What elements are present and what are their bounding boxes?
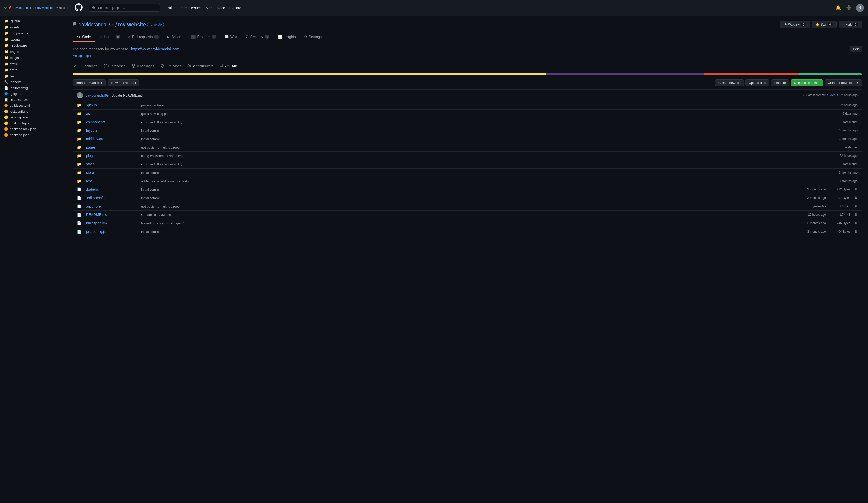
branches-stat[interactable]: 6 branches [103,64,125,68]
file-name-link[interactable]: README.md [86,213,107,217]
committer-avatar[interactable] [77,92,83,98]
download-icon[interactable]: ⬇ [855,213,858,217]
table-row[interactable]: 📁 pages get posts from github repo yeste… [73,143,861,152]
download-icon[interactable]: ⬇ [855,221,858,225]
sidebar-item-middleware[interactable]: 📁 middleware [0,42,66,49]
manage-topics-link[interactable]: Manage topics [72,54,862,58]
file-name-link[interactable]: pages [86,145,96,150]
sidebar-item-test[interactable]: 📁 test [0,73,66,79]
tab-wiki[interactable]: 📖 Wiki [220,32,241,42]
table-row[interactable]: 📄 README.md Update README.md 22 hours ag… [73,211,861,219]
tab-code[interactable]: <> Code [72,32,95,42]
nav-explore[interactable]: Explore [229,6,241,10]
download-icon[interactable]: ⬇ [855,229,858,234]
sidebar-item-jest[interactable]: 🟡 jest.config.js [0,109,66,114]
table-row[interactable]: 📄 .editorconfig initial commit 3 months … [73,194,861,202]
sidebar-item-components[interactable]: 📁 components [0,30,66,36]
table-row[interactable]: 📄 buildspec.yml Revert "changing build s… [73,219,861,227]
github-logo[interactable] [74,3,83,12]
tab-settings[interactable]: ⚙ Settings [300,32,326,42]
sidebar-item-editorconfig[interactable]: 📄 .editorconfig [0,85,66,91]
releases-stat[interactable]: 0 releases [160,64,181,68]
table-row[interactable]: 📁 static improved SEO, accessibility las… [73,160,861,168]
star-button[interactable]: ⭐ Star 0 [812,21,837,28]
new-pull-request-button[interactable]: New pull request [108,79,139,86]
table-row[interactable]: 📁 plugins using environment variables 22… [73,152,861,160]
sidebar-item-babelrc[interactable]: 🔧 .babelrc [0,79,66,85]
watch-button[interactable]: 👁 Watch ▾ 0 [780,21,810,28]
commit-user[interactable]: davidcrandall99 [85,93,109,97]
file-name-link[interactable]: layouts [86,129,97,133]
use-this-template-button[interactable]: Use this template [790,79,823,86]
file-name-link[interactable]: buildspec.yml [86,221,108,225]
notifications-button[interactable]: 🔔 [834,4,842,12]
sidebar-item-layouts[interactable]: 📁 layouts [0,36,66,42]
table-row[interactable]: 📁 layouts initial commit 3 months ago [73,126,861,135]
table-row[interactable]: 📄 .babelrc initial commit 3 months ago 2… [73,185,861,194]
sidebar-item-github[interactable]: 📁 .github [0,18,66,24]
tab-issues[interactable]: ⚠ Issues 8 [95,32,125,42]
download-icon[interactable]: ⬇ [855,204,858,208]
sidebar-item-static[interactable]: 📁 static [0,61,66,67]
table-row[interactable]: 📁 store initial commit 3 months ago [73,168,861,177]
file-name-link[interactable]: store [86,171,94,175]
commits-stat[interactable]: 109 commits [72,64,97,68]
tab-insights[interactable]: 📊 Insights [273,32,300,42]
upload-files-button[interactable]: Upload files [745,79,769,86]
table-row[interactable]: 📁 test added some additional unit tests … [73,177,861,185]
sidebar-item-nuxtconfig[interactable]: 🟡 nuxt.config.js [0,120,66,126]
sidebar-item-readme[interactable]: 📋 README.md [0,97,66,103]
clone-or-download-button[interactable]: Clone or download ▾ [825,79,862,86]
file-name-link[interactable]: assets [86,112,96,116]
search-box[interactable]: 🔍 Search or jump to... / [89,4,160,12]
file-name-link[interactable]: .gitignore [86,204,101,208]
file-name-link[interactable]: components [86,120,105,124]
sidebar-item-buildspec[interactable]: 🔶 buildspec.yml [0,103,66,109]
branch-selector[interactable]: Branch: master ▾ [72,79,106,86]
sidebar-item-jsconfig[interactable]: 🟡 jsconfig.json [0,114,66,120]
sidebar-item-pages[interactable]: 📁 pages [0,49,66,55]
repo-name-link[interactable]: my-website [118,22,146,28]
fork-button[interactable]: ⑂ Fork 0 [839,21,862,28]
tab-security[interactable]: 🛡 Security 0 [241,32,274,42]
file-name-link[interactable]: .editorconfig [86,196,105,200]
sidebar-item-packagelock[interactable]: 🟠 package-lock.json [0,126,66,132]
create-new-file-button[interactable]: Create new file [715,79,744,86]
sidebar-item-package[interactable]: 🟠 package.json [0,132,66,138]
file-name-link[interactable]: middleware [86,137,104,141]
sidebar-item-gitignore[interactable]: 🔷 .gitignore [0,91,66,97]
tab-actions[interactable]: ▶ Actions [163,32,187,42]
file-name-link[interactable]: plugins [86,154,97,158]
gear-icon[interactable]: ⚙ [4,6,7,10]
nav-pull-requests[interactable]: Pull requests [166,6,187,10]
sidebar-item-plugins[interactable]: 📁 plugins [0,55,66,61]
nav-issues[interactable]: Issues [191,6,202,10]
file-name-link[interactable]: static [86,162,94,166]
packages-stat[interactable]: 0 packages [132,64,154,68]
file-name-link[interactable]: test [86,179,92,183]
repo-owner-link[interactable]: davidcrandall99 [79,22,114,28]
find-file-button[interactable]: Find file [771,79,789,86]
download-icon[interactable]: ⬇ [855,187,858,192]
file-name-link[interactable]: .github [86,103,97,107]
file-name-link[interactable]: jest.config.js [86,229,106,234]
user-avatar[interactable]: d [856,4,864,12]
edit-button[interactable]: Edit [850,46,862,52]
file-name-link[interactable]: .babelrc [86,187,99,192]
new-item-button[interactable]: ➕ [845,4,853,12]
table-row[interactable]: 📁 components improved SEO, accessibility… [73,118,861,126]
sidebar-item-store[interactable]: 📁 store [0,67,66,73]
table-row[interactable]: 📁 .github passing in token 22 hours ago [73,101,861,110]
tab-pull-requests[interactable]: ⎋ Pull requests 0 [124,32,163,42]
table-row[interactable]: 📁 middleware initial commit 3 months ago [73,135,861,143]
commit-hash[interactable]: e8dee3f [827,93,838,97]
tab-projects[interactable]: ⬛ Projects 1 [187,32,220,42]
contributors-stat[interactable]: 2 contributors [187,64,213,68]
sidebar-item-assets[interactable]: 📁 assets [0,24,66,30]
download-icon[interactable]: ⬇ [855,196,858,200]
table-row[interactable]: 📄 jest.config.js initial commit 3 months… [73,227,861,236]
repo-url[interactable]: https://www.davidcrandall.com [131,47,179,51]
nav-marketplace[interactable]: Marketplace [206,6,225,10]
table-row[interactable]: 📄 .gitignore get posts from github repo … [73,202,861,211]
table-row[interactable]: 📁 assets quick new blog post 5 days ago [73,110,861,118]
